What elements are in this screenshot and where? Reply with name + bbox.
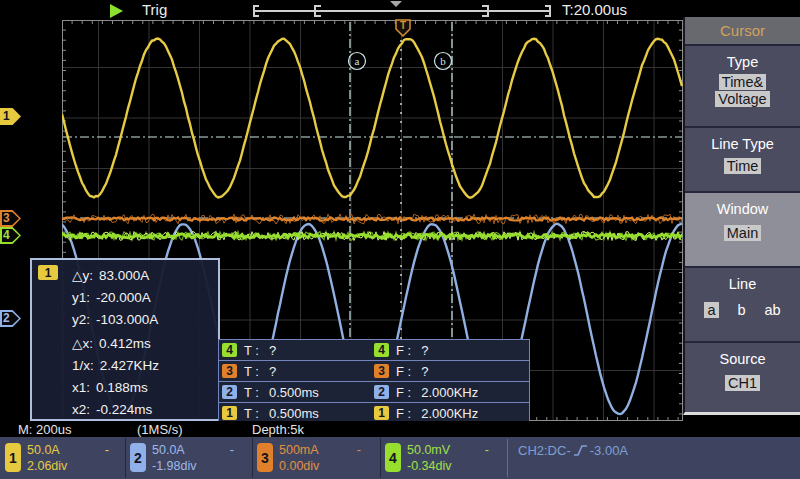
depth-readout: Depth:5k	[252, 422, 304, 437]
window-value: Main	[724, 225, 761, 241]
trig-status-label: Trig	[142, 1, 167, 18]
ch3-settings-box[interactable]: 3 500mA- 0.00div	[253, 439, 375, 477]
source-value: CH1	[725, 375, 760, 391]
channel-1-badge: 1	[222, 406, 237, 420]
horizontal-position-indicator[interactable]	[252, 4, 552, 18]
menu-item-type[interactable]: Type Time& Voltage	[685, 46, 800, 128]
measure-cell: F :2.000KHz	[392, 402, 529, 423]
channel-1-badge: 1	[5, 443, 21, 472]
cursor-menu: Cursor Type Time& Voltage Line Type Time…	[683, 17, 800, 415]
ch2-level-marker[interactable]: 2	[0, 310, 21, 327]
sample-rate-readout: (1MS/s)	[137, 422, 183, 437]
trigger-time-readout: T:20.00us	[562, 1, 627, 18]
line-type-value: Time	[724, 158, 762, 174]
channel-2-badge: 2	[130, 443, 146, 472]
line-option-a[interactable]: a	[704, 302, 718, 318]
ch3-level-marker[interactable]: 3	[0, 210, 21, 227]
measure-cell: T :0.500ms	[240, 402, 371, 423]
menu-item-line[interactable]: Line a b ab	[685, 268, 800, 343]
measure-cell: F :?	[392, 360, 529, 381]
readout-row: △x:0.412ms	[32, 332, 218, 354]
measure-cell: T :0.500ms	[240, 381, 371, 402]
readout-row: x2:-0.224ms	[32, 398, 218, 420]
line-option-b[interactable]: b	[737, 302, 745, 318]
ch1-level-marker[interactable]: 1	[0, 108, 21, 125]
channel-3-badge: 3	[222, 364, 237, 378]
ch1-settings-box[interactable]: 1 50.0A- 2.06div	[1, 439, 123, 477]
ch2-settings-box[interactable]: 2 50.0A- -1.98div	[126, 439, 248, 477]
cursor-b-label: b	[435, 53, 452, 70]
channel-3-badge: 3	[257, 443, 273, 472]
menu-item-source[interactable]: Source CH1	[685, 343, 800, 413]
cursor-a-label: a	[349, 53, 366, 70]
menu-title: Cursor	[685, 17, 800, 46]
cursor-readout-box: 1 △y:83.000A y1:-20.000A y2:-103.000A △x…	[30, 258, 220, 421]
timebase-readout: M: 200us	[18, 422, 71, 437]
channel-1-badge: 1	[38, 265, 58, 280]
trigger-position-pointer-icon[interactable]	[390, 1, 402, 7]
trigger-position-marker[interactable]: T	[395, 19, 411, 37]
measure-cell: F :?	[392, 340, 529, 360]
measure-cell: F :2.000KHz	[392, 381, 529, 402]
oscilloscope-screen: Trig T:20.00us a b T 1 3 4 2 1 △y:83.000…	[0, 0, 800, 479]
channel-2-badge: 2	[374, 385, 389, 399]
readout-row: 1/x:2.427KHz	[32, 354, 218, 376]
status-bar: M: 200us (1MS/s) Depth:5k	[0, 421, 800, 437]
channel-4-badge: 4	[222, 343, 237, 357]
run-play-icon	[110, 4, 123, 18]
readout-row: △y:83.000A	[32, 260, 218, 286]
ch4-level-marker[interactable]: 4	[0, 227, 21, 244]
readout-row: y1:-20.000A	[32, 286, 218, 308]
rising-edge-icon	[573, 444, 588, 457]
channel-2-badge: 2	[222, 385, 237, 399]
readout-row: x1:0.188ms	[32, 376, 218, 398]
channel-3-badge: 3	[374, 364, 389, 378]
measure-table: 4 T :? 4 F :? 3 T :? 3 F :? 2 T :0.500ms…	[218, 339, 530, 424]
menu-item-window[interactable]: Window Main	[685, 193, 800, 268]
channel-4-badge: 4	[374, 343, 389, 357]
ch4-settings-box[interactable]: 4 50.0mV- -0.34div	[381, 439, 503, 477]
line-option-ab[interactable]: ab	[764, 302, 780, 318]
type-value: Time&	[719, 74, 766, 90]
channel-status-row: 1 50.0A- 2.06div 2 50.0A- -1.98div 3 500…	[0, 437, 800, 479]
menu-item-line-type[interactable]: Line Type Time	[685, 128, 800, 193]
readout-row: y2:-103.000A	[32, 308, 218, 330]
svg-text:b: b	[440, 55, 446, 67]
svg-text:a: a	[355, 55, 360, 67]
channel-1-badge: 1	[374, 406, 389, 420]
measure-cell: T :?	[240, 360, 371, 381]
channel-4-badge: 4	[385, 443, 401, 472]
measure-cell: T :?	[240, 340, 371, 360]
trigger-source-readout: CH2:DC- -3.00A	[518, 443, 628, 458]
svg-text:T: T	[400, 20, 406, 31]
